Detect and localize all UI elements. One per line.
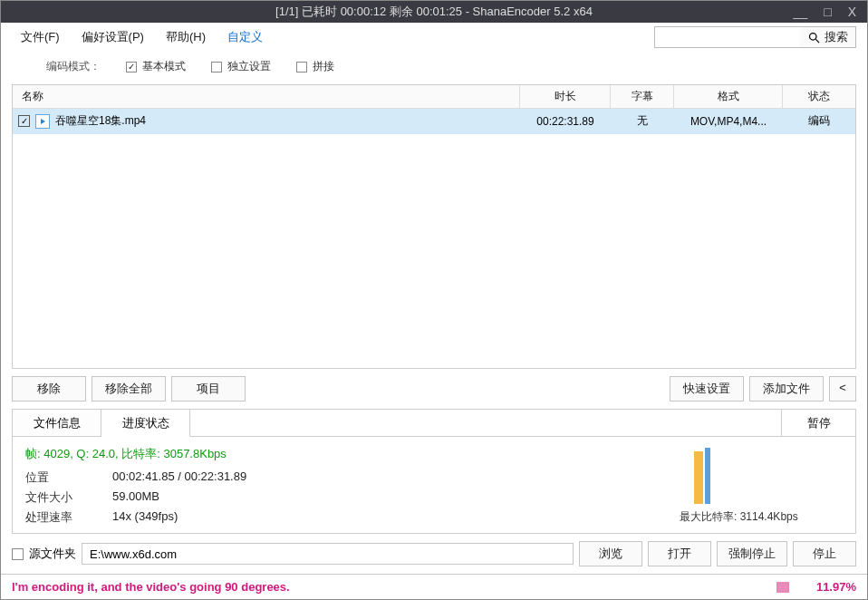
row-duration: 00:22:31.89 — [520, 115, 611, 128]
project-button[interactable]: 项目 — [171, 376, 246, 402]
bitrate-chart — [687, 446, 805, 504]
app-window: [1/1] 已耗时 00:00:12 剩余 00:01:25 - ShanaEn… — [0, 0, 868, 600]
actions-row: 移除 移除全部 项目 快速设置 添加文件 < — [1, 369, 867, 409]
col-name[interactable]: 名称 — [13, 85, 520, 108]
search-button[interactable]: 搜索 — [800, 27, 855, 47]
info-tabs: 文件信息 进度状态 暂停 — [13, 410, 855, 437]
col-status[interactable]: 状态 — [783, 85, 855, 108]
row-checkbox[interactable]: ✓ — [18, 115, 30, 127]
more-button[interactable]: < — [829, 376, 856, 402]
title-bar: [1/1] 已耗时 00:00:12 剩余 00:01:25 - ShanaEn… — [1, 1, 867, 23]
table-header: 名称 时长 字幕 格式 状态 — [13, 85, 855, 109]
size-value: 59.00MB — [112, 489, 159, 506]
remove-all-button[interactable]: 移除全部 — [92, 376, 166, 402]
row-filename: 吞噬星空18集.mp4 — [55, 113, 146, 129]
mode-independent-checkbox[interactable]: 独立设置 — [211, 59, 271, 74]
max-bitrate: 最大比特率: 3114.4Kbps — [680, 509, 798, 525]
open-button[interactable]: 打开 — [648, 541, 711, 566]
file-table: 名称 时长 字幕 格式 状态 ✓ 吞噬星空18集.mp4 00:22:31.89… — [12, 84, 856, 370]
svg-point-0 — [810, 33, 817, 40]
svg-line-1 — [815, 39, 819, 43]
menu-file[interactable]: 文件(F) — [12, 25, 69, 49]
col-format[interactable]: 格式 — [674, 85, 783, 108]
info-panel: 文件信息 进度状态 暂停 帧: 4029, Q: 24.0, 比特率: 3057… — [12, 409, 856, 534]
quick-settings-button[interactable]: 快速设置 — [670, 376, 744, 402]
source-path-input[interactable] — [82, 543, 574, 565]
search-icon — [807, 31, 821, 44]
encode-mode-row: 编码模式： ✓基本模式 独立设置 拼接 — [1, 53, 867, 81]
tab-progress[interactable]: 进度状态 — [101, 410, 190, 437]
add-file-button[interactable]: 添加文件 — [749, 376, 824, 402]
menu-bar: 文件(F) 偏好设置(P) 帮助(H) 自定义 搜索 — [1, 23, 867, 53]
source-label: 源文件夹 — [29, 546, 76, 562]
table-row[interactable]: ✓ 吞噬星空18集.mp4 00:22:31.89 无 MOV,MP4,M4..… — [13, 109, 855, 134]
speed-value: 14x (349fps) — [112, 509, 178, 526]
info-body: 帧: 4029, Q: 24.0, 比特率: 3057.8Kbps 位置00:0… — [13, 437, 855, 535]
pos-label: 位置 — [25, 469, 112, 486]
size-label: 文件大小 — [25, 489, 112, 506]
window-controls: __ □ X — [794, 1, 867, 23]
table-body[interactable]: ✓ 吞噬星空18集.mp4 00:22:31.89 无 MOV,MP4,M4..… — [13, 109, 855, 369]
progress-percent: 11.97% — [816, 580, 856, 594]
row-subtitle: 无 — [611, 113, 674, 129]
progress-indicator — [776, 582, 789, 593]
video-file-icon — [35, 114, 50, 129]
encode-stats: 帧: 4029, Q: 24.0, 比特率: 3057.8Kbps — [25, 446, 680, 462]
search-box: 搜索 — [654, 26, 856, 48]
close-icon[interactable]: X — [848, 1, 856, 23]
window-title: [1/1] 已耗时 00:00:12 剩余 00:01:25 - ShanaEn… — [1, 4, 867, 20]
stop-button[interactable]: 停止 — [793, 541, 856, 566]
menu-preferences[interactable]: 偏好设置(P) — [72, 25, 153, 49]
tab-fileinfo[interactable]: 文件信息 — [13, 410, 101, 437]
row-format: MOV,MP4,M4... — [674, 115, 783, 128]
search-input[interactable] — [655, 31, 800, 44]
mode-label: 编码模式： — [46, 59, 101, 74]
speed-label: 处理速率 — [25, 509, 112, 526]
mode-concat-checkbox[interactable]: 拼接 — [296, 59, 334, 74]
row-status: 编码 — [783, 113, 855, 129]
col-subtitle[interactable]: 字幕 — [611, 85, 674, 108]
status-message: I'm encoding it, and the video's going 9… — [12, 580, 290, 594]
remove-button[interactable]: 移除 — [12, 376, 86, 402]
source-checkbox[interactable] — [12, 548, 24, 560]
col-duration[interactable]: 时长 — [520, 85, 611, 108]
status-bar: I'm encoding it, and the video's going 9… — [1, 574, 867, 599]
pos-value: 00:02:41.85 / 00:22:31.89 — [112, 469, 246, 486]
mode-basic-checkbox[interactable]: ✓基本模式 — [126, 59, 186, 74]
force-stop-button[interactable]: 强制停止 — [717, 541, 787, 566]
minimize-icon[interactable]: __ — [794, 1, 808, 23]
menu-custom[interactable]: 自定义 — [218, 25, 272, 49]
browse-button[interactable]: 浏览 — [579, 541, 642, 566]
source-row: 源文件夹 浏览 打开 强制停止 停止 — [1, 534, 867, 574]
pause-button[interactable]: 暂停 — [781, 410, 855, 437]
maximize-icon[interactable]: □ — [824, 1, 831, 23]
menu-help[interactable]: 帮助(H) — [157, 25, 215, 49]
